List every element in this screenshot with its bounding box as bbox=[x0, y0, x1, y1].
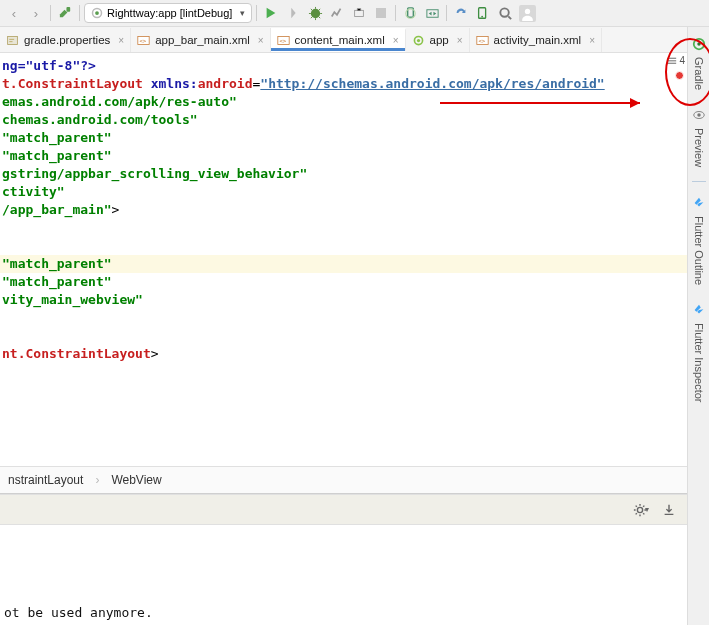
gear-icon[interactable]: ▾ bbox=[631, 500, 651, 520]
profiler-icon[interactable] bbox=[327, 3, 347, 23]
breadcrumb-item[interactable]: WebView bbox=[111, 473, 161, 487]
avd-manager-icon[interactable] bbox=[400, 3, 420, 23]
svg-rect-4 bbox=[355, 10, 364, 16]
bottom-pane-body: ot be used anymore. bbox=[0, 525, 687, 624]
svg-rect-14 bbox=[8, 36, 18, 44]
svg-point-22 bbox=[416, 38, 419, 41]
editor-tabbar: gradle.properties × <> app_bar_main.xml … bbox=[0, 27, 709, 53]
tab-app-bar-main-xml[interactable]: <> app_bar_main.xml × bbox=[131, 28, 270, 52]
close-icon[interactable]: × bbox=[457, 35, 463, 46]
stop-icon[interactable] bbox=[371, 3, 391, 23]
tab-content-main-xml[interactable]: <> content_main.xml × bbox=[271, 28, 406, 52]
avatar-icon[interactable] bbox=[517, 3, 537, 23]
nav-fwd-icon[interactable]: › bbox=[26, 3, 46, 23]
close-icon[interactable]: × bbox=[393, 35, 399, 46]
run-icon[interactable] bbox=[261, 3, 281, 23]
editor-breadcrumb: nstraintLayout › WebView bbox=[0, 466, 687, 494]
right-sidebar: Gradle Preview Flutter Outline Flutter I… bbox=[687, 27, 709, 625]
flutter-outline-tab[interactable]: Flutter Outline bbox=[692, 192, 706, 289]
problems-count[interactable]: 4 bbox=[667, 55, 685, 66]
code-editor[interactable]: ng="utf-8"?> t.ConstraintLayout xmlns:an… bbox=[0, 53, 687, 466]
sdk-manager-icon[interactable] bbox=[422, 3, 442, 23]
svg-point-28 bbox=[697, 113, 701, 117]
close-icon[interactable]: × bbox=[258, 35, 264, 46]
close-icon[interactable]: × bbox=[118, 35, 124, 46]
sync-icon[interactable] bbox=[451, 3, 471, 23]
debug-icon[interactable] bbox=[305, 3, 325, 23]
tab-app-module[interactable]: app × bbox=[406, 28, 470, 52]
svg-rect-30 bbox=[668, 60, 676, 61]
svg-point-2 bbox=[95, 11, 99, 15]
error-marker[interactable] bbox=[675, 71, 684, 80]
svg-point-11 bbox=[500, 8, 508, 16]
tab-label: activity_main.xml bbox=[494, 34, 582, 46]
problems-stripe[interactable]: 4 bbox=[673, 53, 687, 466]
tab-label: gradle.properties bbox=[24, 34, 110, 46]
svg-rect-15 bbox=[9, 38, 14, 39]
breadcrumb-item[interactable]: nstraintLayout bbox=[8, 473, 83, 487]
close-icon[interactable]: × bbox=[589, 35, 595, 46]
svg-point-32 bbox=[637, 507, 642, 512]
tab-gradle-properties[interactable]: gradle.properties × bbox=[0, 28, 131, 52]
chevron-right-icon: › bbox=[95, 473, 99, 487]
attach-debugger-icon[interactable] bbox=[349, 3, 369, 23]
apply-changes-icon[interactable] bbox=[283, 3, 303, 23]
svg-point-13 bbox=[525, 8, 530, 13]
svg-text:<>: <> bbox=[279, 37, 286, 43]
preview-tool-window-tab[interactable]: Preview bbox=[692, 104, 706, 171]
svg-rect-16 bbox=[9, 41, 12, 42]
run-config-label: Righttway:app [lintDebug] bbox=[107, 7, 232, 19]
tab-label: app bbox=[430, 34, 449, 46]
svg-point-26 bbox=[697, 42, 701, 46]
tab-label: content_main.xml bbox=[295, 34, 385, 46]
search-icon[interactable] bbox=[495, 3, 515, 23]
run-config-dropdown[interactable]: Righttway:app [lintDebug] bbox=[84, 3, 252, 23]
device-manager-icon[interactable] bbox=[473, 3, 493, 23]
bottom-pane-toolbar: ▾ bbox=[0, 495, 687, 525]
svg-text:<>: <> bbox=[478, 37, 485, 43]
gradle-tool-window-tab[interactable]: Gradle bbox=[692, 33, 706, 94]
svg-text:<>: <> bbox=[140, 37, 147, 43]
svg-point-10 bbox=[482, 16, 484, 18]
tab-label: app_bar_main.xml bbox=[155, 34, 250, 46]
svg-rect-5 bbox=[376, 8, 386, 18]
svg-rect-8 bbox=[427, 9, 438, 17]
main-toolbar: ‹ › Righttway:app [lintDebug] bbox=[0, 0, 709, 27]
svg-rect-29 bbox=[668, 57, 676, 58]
svg-rect-31 bbox=[668, 62, 676, 63]
tab-activity-main-xml[interactable]: <> activity_main.xml × bbox=[470, 28, 602, 52]
flutter-inspector-tab[interactable]: Flutter Inspector bbox=[692, 299, 706, 406]
nav-back-icon[interactable]: ‹ bbox=[4, 3, 24, 23]
bottom-tool-window: ▾ ot be used anymore. bbox=[0, 494, 687, 625]
download-icon[interactable] bbox=[659, 500, 679, 520]
svg-rect-0 bbox=[66, 6, 70, 11]
message-text: ot be used anymore. bbox=[4, 605, 153, 620]
build-hammer-icon[interactable] bbox=[55, 3, 75, 23]
